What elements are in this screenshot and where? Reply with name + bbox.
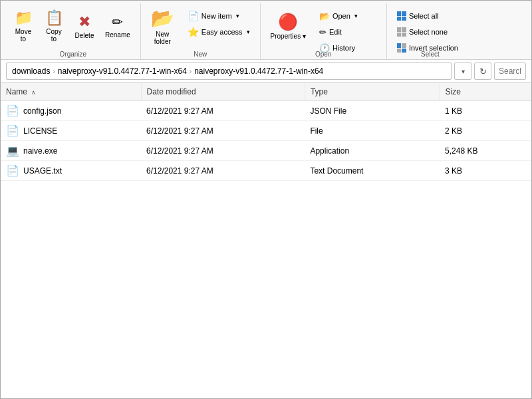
file-name-cell: 📄 LICENSE bbox=[1, 121, 141, 141]
file-date: 6/12/2021 9:27 AM bbox=[141, 161, 305, 181]
easy-access-icon: ⭐ bbox=[188, 27, 199, 37]
file-name: LICENSE bbox=[23, 126, 57, 136]
new-item-button[interactable]: 📄 New item ▾ bbox=[183, 9, 255, 23]
column-header-type[interactable]: Type bbox=[305, 83, 440, 101]
file-size: 3 KB bbox=[440, 161, 531, 181]
ribbon-group-open: 🔴 Properties ▾ 📂 Open ▾ ✏ Edit bbox=[261, 3, 387, 59]
table-row[interactable]: 💻 naive.exe 6/12/2021 9:27 AM Applicatio… bbox=[1, 141, 531, 161]
breadcrumb-current: naiveproxy-v91.0.4472.77-1-win-x64 bbox=[194, 66, 323, 76]
file-type: File bbox=[305, 121, 440, 141]
properties-icon: 🔴 bbox=[278, 13, 298, 31]
breadcrumb-sep-2: › bbox=[190, 68, 192, 75]
select-none-button[interactable]: Select none bbox=[392, 25, 463, 39]
file-size: 2 KB bbox=[440, 121, 531, 141]
file-type: Application bbox=[305, 141, 440, 161]
open-icon: 📂 bbox=[319, 11, 330, 21]
open-group-label: Open bbox=[261, 51, 386, 58]
file-icon: 📄 bbox=[6, 124, 19, 137]
address-dropdown-button[interactable]: ▾ bbox=[454, 63, 471, 80]
easy-access-dropdown-arrow: ▾ bbox=[247, 29, 250, 35]
file-name: USAGE.txt bbox=[23, 166, 62, 176]
ribbon-group-organize: 📁 Moveto 📋 Copyto ✖ Delete ✏ Rename bbox=[6, 3, 141, 59]
easy-access-button[interactable]: ⭐ Easy access ▾ bbox=[183, 25, 255, 39]
file-type: Text Document bbox=[305, 161, 440, 181]
ribbon-group-select: Select all Select none bbox=[387, 3, 473, 59]
ribbon-group-new: 📂 Newfolder 📄 New item ▾ ⭐ Easy access ▾ bbox=[141, 3, 261, 59]
breadcrumb-part-2: naiveproxy-v91.0.4472.77-1-win-x64 bbox=[58, 66, 187, 76]
file-name-cell: 💻 naive.exe bbox=[1, 141, 141, 161]
file-date: 6/12/2021 9:27 AM bbox=[141, 141, 305, 161]
file-type: JSON File bbox=[305, 101, 440, 121]
address-bar: downloads › naiveproxy-v91.0.4472.77-1-w… bbox=[1, 60, 531, 83]
new-right-col: 📄 New item ▾ ⭐ Easy access ▾ bbox=[183, 6, 255, 39]
copy-to-button[interactable]: 📋 Copyto bbox=[39, 6, 68, 46]
select-all-button[interactable]: Select all bbox=[392, 9, 463, 23]
move-icon: 📁 bbox=[15, 9, 33, 27]
edit-button[interactable]: ✏ Edit bbox=[315, 25, 381, 39]
open-button[interactable]: 📂 Open ▾ bbox=[315, 9, 381, 23]
new-item-icon: 📄 bbox=[188, 11, 199, 21]
table-row[interactable]: 📄 USAGE.txt 6/12/2021 9:27 AM Text Docum… bbox=[1, 161, 531, 181]
ribbon: 📁 Moveto 📋 Copyto ✖ Delete ✏ Rename bbox=[1, 1, 531, 60]
sort-arrow-name: ∧ bbox=[31, 89, 36, 96]
open-right-col: 📂 Open ▾ ✏ Edit 🕐 History bbox=[315, 6, 381, 55]
table-header-row: Name ∧ Date modified Type Size bbox=[1, 83, 531, 101]
search-input[interactable] bbox=[494, 63, 526, 80]
file-size: 5,248 KB bbox=[440, 141, 531, 161]
file-name: config.json bbox=[23, 106, 61, 116]
new-item-dropdown-arrow: ▾ bbox=[236, 13, 239, 19]
select-group-label: Select bbox=[387, 51, 473, 58]
file-table-body: 📄 config.json 6/12/2021 9:27 AM JSON Fil… bbox=[1, 101, 531, 181]
new-group-label: New bbox=[141, 51, 260, 58]
select-all-icon bbox=[397, 11, 406, 21]
file-icon: 📄 bbox=[6, 164, 19, 177]
delete-icon: ✖ bbox=[78, 13, 90, 31]
rename-icon: ✏ bbox=[112, 14, 123, 30]
folder-icon: 📂 bbox=[151, 7, 174, 29]
table-row[interactable]: 📄 config.json 6/12/2021 9:27 AM JSON Fil… bbox=[1, 101, 531, 121]
file-icon: 📄 bbox=[6, 104, 19, 117]
table-row[interactable]: 📄 LICENSE 6/12/2021 9:27 AM File 2 KB bbox=[1, 121, 531, 141]
select-none-icon bbox=[397, 27, 406, 37]
open-dropdown-arrow: ▾ bbox=[354, 13, 358, 19]
breadcrumb[interactable]: downloads › naiveproxy-v91.0.4472.77-1-w… bbox=[6, 63, 452, 80]
file-table: Name ∧ Date modified Type Size bbox=[1, 83, 531, 181]
rename-button[interactable]: ✏ Rename bbox=[100, 6, 135, 46]
file-size: 1 KB bbox=[440, 101, 531, 121]
file-date: 6/12/2021 9:27 AM bbox=[141, 101, 305, 121]
column-header-name[interactable]: Name ∧ bbox=[1, 83, 141, 101]
file-name-cell: 📄 USAGE.txt bbox=[1, 161, 141, 181]
copy-icon: 📋 bbox=[45, 9, 63, 27]
file-icon: 💻 bbox=[6, 144, 19, 157]
refresh-button[interactable]: ↻ bbox=[474, 63, 491, 80]
delete-button[interactable]: ✖ Delete bbox=[70, 6, 99, 46]
column-header-date[interactable]: Date modified bbox=[141, 83, 305, 101]
new-folder-button[interactable]: 📂 Newfolder bbox=[146, 6, 179, 46]
breadcrumb-part-1: downloads bbox=[12, 66, 50, 76]
file-name-cell: 📄 config.json bbox=[1, 101, 141, 121]
edit-icon: ✏ bbox=[319, 27, 327, 37]
organize-group-label: Organize bbox=[6, 51, 140, 58]
column-header-size[interactable]: Size bbox=[440, 83, 531, 101]
file-pane: Name ∧ Date modified Type Size bbox=[1, 83, 531, 398]
file-date: 6/12/2021 9:27 AM bbox=[141, 121, 305, 141]
breadcrumb-sep-1: › bbox=[53, 68, 55, 75]
file-name: naive.exe bbox=[23, 146, 57, 156]
properties-button[interactable]: 🔴 Properties ▾ bbox=[266, 6, 311, 46]
explorer-window: 📁 Moveto 📋 Copyto ✖ Delete ✏ Rename bbox=[0, 0, 532, 399]
move-to-button[interactable]: 📁 Moveto bbox=[9, 6, 38, 46]
